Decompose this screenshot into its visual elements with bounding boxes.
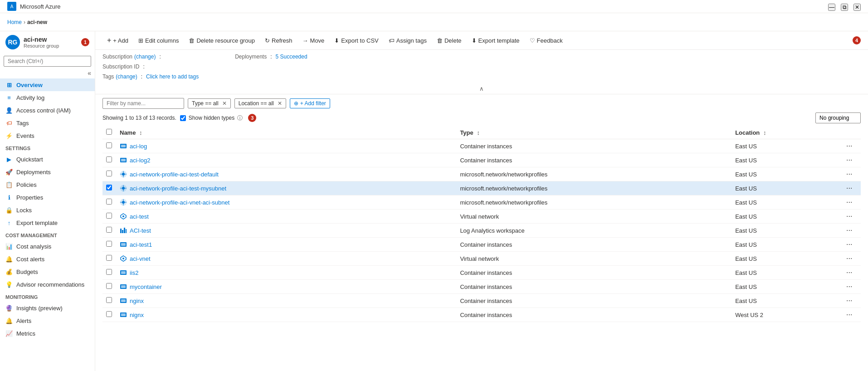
row-checkbox-6[interactable] bbox=[106, 227, 112, 233]
row-actions-button[interactable]: ··· bbox=[846, 240, 852, 248]
resource-name-link[interactable]: aci-log2 bbox=[130, 157, 151, 164]
location-filter-tag[interactable]: Location == all ✕ bbox=[234, 98, 286, 108]
row-actions-button[interactable]: ··· bbox=[846, 212, 852, 220]
row-actions-button[interactable]: ··· bbox=[846, 254, 852, 262]
row-checkbox-10[interactable] bbox=[106, 283, 112, 289]
table-row: nignx Container instances West US 2 ··· bbox=[102, 308, 861, 322]
resource-name-link[interactable]: iis2 bbox=[130, 269, 139, 276]
show-hidden-checkbox[interactable] bbox=[180, 115, 186, 121]
sidebar-item-deployments[interactable]: 🚀 Deployments bbox=[0, 166, 95, 178]
resource-name-link[interactable]: aci-network-profile-aci-vnet-aci-subnet bbox=[130, 199, 229, 206]
resource-name-link[interactable]: aci-network-profile-aci-test-default bbox=[130, 171, 219, 178]
minimize-button[interactable]: — bbox=[828, 4, 835, 11]
resource-name-link[interactable]: aci-test bbox=[130, 213, 149, 220]
sidebar-item-policies[interactable]: 📋 Policies bbox=[0, 178, 95, 191]
sidebar-item-activity-log[interactable]: ≡ Activity log bbox=[0, 91, 95, 104]
row-actions-button[interactable]: ··· bbox=[846, 268, 852, 276]
row-checkbox-2[interactable] bbox=[106, 171, 112, 176]
row-actions-button[interactable]: ··· bbox=[846, 184, 852, 192]
sidebar-item-tags[interactable]: 🏷 Tags bbox=[0, 117, 95, 129]
subscription-label: Subscription bbox=[102, 54, 132, 60]
feedback-button[interactable]: ♡ Feedback bbox=[525, 35, 567, 46]
sidebar-search[interactable] bbox=[0, 53, 95, 69]
resource-name-link[interactable]: nignx bbox=[130, 312, 144, 318]
close-button[interactable]: ✕ bbox=[853, 4, 861, 11]
row-checkbox-4[interactable] bbox=[106, 199, 112, 205]
type-column-header[interactable]: Type ↕ bbox=[456, 126, 731, 139]
sidebar-item-export-template[interactable]: ↑ Export template bbox=[0, 216, 95, 229]
export-template-button[interactable]: ⬇ Export template bbox=[467, 35, 524, 46]
breadcrumb-home[interactable]: Home bbox=[7, 19, 22, 25]
filter-input[interactable] bbox=[102, 98, 184, 109]
sidebar-item-properties[interactable]: ℹ Properties bbox=[0, 191, 95, 204]
row-actions-button[interactable]: ··· bbox=[846, 170, 852, 178]
sidebar-item-iam[interactable]: 👤 Access control (IAM) bbox=[0, 104, 95, 117]
row-checkbox-0[interactable] bbox=[106, 142, 112, 148]
feedback-icon: ♡ bbox=[530, 37, 535, 44]
show-hidden-info-icon[interactable]: ⓘ bbox=[237, 114, 243, 122]
sidebar-item-locks[interactable]: 🔒 Locks bbox=[0, 204, 95, 216]
row-actions-button[interactable]: ··· bbox=[846, 311, 852, 318]
add-button[interactable]: + + Add bbox=[102, 34, 133, 47]
tags-change-link[interactable]: (change) bbox=[116, 73, 137, 80]
resource-name-link[interactable]: aci-vnet bbox=[130, 255, 151, 262]
resource-name-link[interactable]: aci-network-profile-aci-test-mysubnet bbox=[130, 185, 226, 192]
row-checkbox-9[interactable] bbox=[106, 269, 112, 275]
search-input[interactable] bbox=[4, 56, 91, 67]
show-hidden-checkbox-group[interactable]: Show hidden types ⓘ bbox=[180, 114, 243, 122]
sidebar-item-cost-analysis[interactable]: 📊 Cost analysis bbox=[0, 240, 95, 253]
export-csv-button[interactable]: ⬇ Export to CSV bbox=[330, 35, 383, 46]
assign-tags-button[interactable]: 🏷 Assign tags bbox=[384, 35, 431, 46]
row-actions-button[interactable]: ··· bbox=[846, 156, 852, 164]
subscription-change-link[interactable]: (change) bbox=[134, 54, 156, 60]
resource-name-link[interactable]: aci-test1 bbox=[130, 241, 152, 248]
name-column-header[interactable]: Name ↕ bbox=[116, 126, 456, 139]
row-actions-button[interactable]: ··· bbox=[846, 283, 852, 290]
delete-resource-button[interactable]: 🗑 Delete resource group bbox=[184, 35, 259, 46]
row-actions-button[interactable]: ··· bbox=[846, 142, 852, 150]
deployments-info: Deployments : 5 Succeeded bbox=[235, 54, 307, 60]
sidebar-item-insights[interactable]: 🔮 Insights (preview) bbox=[0, 302, 95, 314]
add-tags-link[interactable]: Click here to add tags bbox=[146, 73, 199, 80]
collapse-header-button[interactable]: ∧ bbox=[95, 83, 868, 94]
type-filter-tag[interactable]: Type == all ✕ bbox=[188, 98, 231, 108]
grouping-dropdown-container[interactable]: No grouping bbox=[815, 112, 861, 123]
restore-button[interactable]: ⧉ bbox=[841, 4, 848, 11]
sidebar-item-events[interactable]: ⚡ Events bbox=[0, 129, 95, 142]
row-checkbox-12[interactable] bbox=[106, 311, 112, 317]
sidebar-item-cost-alerts[interactable]: 🔔 Cost alerts bbox=[0, 253, 95, 265]
location-filter-close[interactable]: ✕ bbox=[278, 100, 282, 107]
add-filter-button[interactable]: ⊕ + Add filter bbox=[290, 98, 330, 108]
edit-columns-button[interactable]: ⊞ Edit columns bbox=[134, 35, 183, 46]
delete-button[interactable]: 🗑 Delete bbox=[432, 35, 466, 46]
deployments-value[interactable]: 5 Succeeded bbox=[276, 54, 307, 60]
resource-name-link[interactable]: ACI-test bbox=[130, 227, 151, 234]
row-checkbox-1[interactable] bbox=[106, 156, 112, 162]
grouping-dropdown[interactable]: No grouping bbox=[815, 112, 861, 123]
row-actions-button[interactable]: ··· bbox=[846, 226, 852, 234]
row-actions-button[interactable]: ··· bbox=[846, 297, 852, 304]
table-row: ACI-test Log Analytics workspace East US… bbox=[102, 224, 861, 238]
resource-name-link[interactable]: mycontainer bbox=[130, 283, 162, 290]
sidebar-item-metrics[interactable]: 📈 Metrics bbox=[0, 327, 95, 340]
row-checkbox-11[interactable] bbox=[106, 297, 112, 303]
collapse-sidebar-button[interactable]: « bbox=[88, 69, 91, 77]
move-button[interactable]: → Move bbox=[298, 35, 329, 46]
location-column-header[interactable]: Location ↕ bbox=[731, 126, 843, 139]
row-checkbox-3[interactable] bbox=[106, 185, 112, 190]
row-checkbox-8[interactable] bbox=[106, 255, 112, 261]
select-all-checkbox[interactable] bbox=[106, 129, 112, 135]
sidebar-item-quickstart[interactable]: ▶ Quickstart bbox=[0, 153, 95, 166]
sidebar-item-budgets[interactable]: 💰 Budgets bbox=[0, 265, 95, 278]
refresh-button[interactable]: ↻ Refresh bbox=[260, 35, 297, 46]
resource-name-link[interactable]: nginx bbox=[130, 298, 144, 304]
sidebar-item-alerts[interactable]: 🔔 Alerts bbox=[0, 314, 95, 327]
row-checkbox-5[interactable] bbox=[106, 213, 112, 219]
type-filter-close[interactable]: ✕ bbox=[222, 100, 227, 107]
sidebar-item-overview[interactable]: ⊞ Overview bbox=[0, 78, 95, 91]
sidebar-item-advisor-recommendations[interactable]: 💡 Advisor recommendations bbox=[0, 278, 95, 291]
row-actions-button[interactable]: ··· bbox=[846, 198, 852, 206]
row-checkbox-7[interactable] bbox=[106, 241, 112, 247]
resource-name-link[interactable]: aci-log bbox=[130, 143, 147, 150]
resource-name-cell: aci-network-profile-aci-test-default bbox=[120, 171, 453, 178]
